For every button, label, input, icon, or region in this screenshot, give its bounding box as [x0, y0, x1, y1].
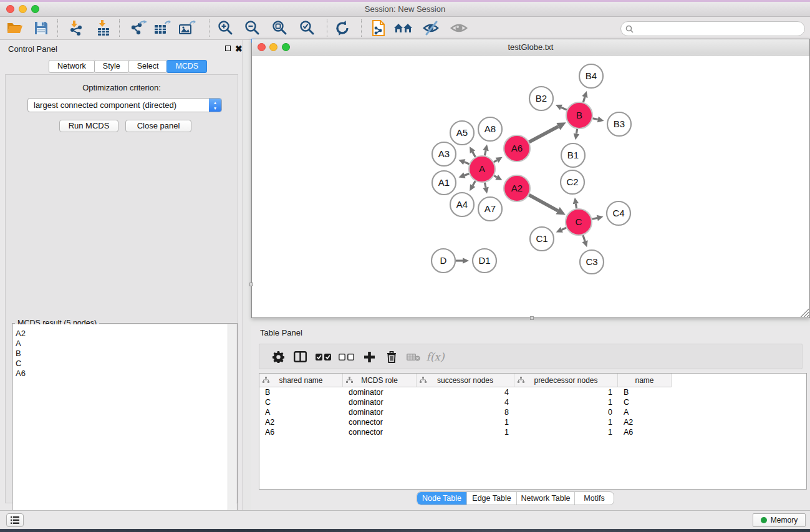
tab-style[interactable]: Style	[94, 60, 129, 73]
close-traffic-light[interactable]	[6, 5, 14, 13]
close-traffic-light[interactable]	[258, 43, 266, 51]
task-history-button[interactable]	[6, 513, 24, 527]
network-document-button[interactable]	[368, 18, 389, 38]
node-A[interactable]: A	[469, 156, 495, 182]
apply-layout-button[interactable]	[332, 18, 353, 38]
node-D[interactable]: D	[432, 249, 455, 273]
import-network-button[interactable]	[65, 18, 87, 38]
table-cell[interactable]: 1	[514, 427, 618, 437]
node-A7[interactable]: A7	[478, 197, 502, 221]
table-cell[interactable]: A	[259, 407, 343, 417]
column-header-successor-nodes[interactable]: successor nodes	[417, 374, 514, 387]
table-cell[interactable]: B	[618, 387, 672, 397]
table-cell[interactable]: 1	[417, 427, 514, 437]
table-settings-button[interactable]	[268, 347, 288, 366]
node-B4[interactable]: B4	[579, 64, 603, 88]
table-cell[interactable]: C	[259, 397, 343, 407]
column-header-name[interactable]: name	[618, 374, 672, 387]
edge-C-C2[interactable]	[576, 204, 576, 209]
node-B3[interactable]: B3	[607, 112, 631, 136]
zoom-fit-button[interactable]	[269, 18, 291, 38]
mcds-result-item[interactable]: A2	[16, 329, 236, 339]
mcds-result-item[interactable]: B	[16, 349, 236, 359]
node-D1[interactable]: D1	[473, 249, 496, 273]
function-builder-button[interactable]: f(x)	[425, 347, 445, 366]
dropdown-stepper-icon[interactable]: ▲▼	[209, 99, 221, 112]
table-cell[interactable]: C	[618, 397, 672, 407]
delete-column-button[interactable]	[382, 347, 402, 366]
edge-B-B1[interactable]	[576, 129, 577, 134]
edge-A-A7[interactable]	[485, 183, 486, 188]
main-titlebar[interactable]: Session: New Session	[0, 2, 810, 17]
minimize-traffic-light[interactable]	[19, 5, 27, 13]
frame-resize-handle-left[interactable]	[249, 283, 253, 286]
table-cell[interactable]: A2	[259, 417, 343, 427]
open-session-button[interactable]	[4, 18, 26, 38]
search-box[interactable]	[620, 21, 805, 36]
run-mcds-button[interactable]: Run MCDS	[59, 120, 118, 132]
table-cell[interactable]: 1	[514, 387, 618, 397]
zoom-out-button[interactable]	[242, 18, 263, 38]
node-C2[interactable]: C2	[561, 170, 584, 194]
network-canvas[interactable]: B4B2BB3A8A5A6A3B1AC2A1A2A4A7C4CC1C3DD1	[252, 56, 809, 317]
frame-resize-grip[interactable]	[801, 309, 809, 317]
mcds-result-item[interactable]: A6	[16, 369, 236, 379]
zoom-selected-button[interactable]	[297, 18, 318, 38]
table-cell[interactable]: connector	[343, 417, 417, 427]
hide-graphics-button[interactable]	[421, 18, 442, 38]
export-network-button[interactable]	[128, 18, 149, 38]
frame-resize-handle-bottom[interactable]	[530, 316, 534, 320]
node-C1[interactable]: C1	[530, 227, 554, 251]
node-table[interactable]: shared nameMCDS rolesuccessor nodesprede…	[259, 373, 807, 490]
node-A2[interactable]: A2	[504, 175, 530, 201]
edge-C-C1[interactable]	[562, 228, 566, 230]
export-table-button[interactable]	[152, 18, 173, 38]
table-row[interactable]: A2connector11A2	[259, 417, 806, 427]
tab-select[interactable]: Select	[128, 60, 168, 73]
table-row[interactable]: Adominator80A	[259, 407, 806, 417]
edge-A-A6[interactable]	[494, 160, 497, 162]
criterion-dropdown[interactable]: largest connected component (directed) ▲…	[27, 98, 222, 112]
table-cell[interactable]: A	[618, 407, 672, 417]
network-view-window[interactable]: testGlobe.txt B4B2BB3A8A5A6A3B1AC2A1A2A4…	[251, 39, 810, 318]
tab-edge-table[interactable]: Edge Table	[467, 492, 517, 505]
select-all-button[interactable]	[313, 347, 333, 366]
tab-motifs[interactable]: Motifs	[575, 492, 614, 505]
column-header-shared-name[interactable]: shared name	[259, 374, 343, 387]
table-cell[interactable]: 4	[417, 397, 514, 407]
table-cell[interactable]: 1	[514, 397, 618, 407]
table-row[interactable]: Bdominator41B	[259, 387, 806, 397]
table-row[interactable]: Cdominator41C	[259, 397, 806, 407]
node-C3[interactable]: C3	[580, 250, 604, 274]
show-graphics-button[interactable]	[448, 18, 470, 38]
node-C[interactable]: C	[566, 209, 592, 235]
table-cell[interactable]: A6	[618, 427, 672, 437]
table-row[interactable]: A6connector11A6	[259, 427, 806, 437]
deselect-all-button[interactable]	[336, 347, 356, 366]
create-column-button[interactable]	[359, 347, 379, 366]
table-cell[interactable]: 1	[514, 417, 618, 427]
mcds-result-item[interactable]: A	[16, 339, 236, 349]
edge-B-B4[interactable]	[583, 97, 585, 102]
home-views-button[interactable]	[393, 18, 414, 38]
node-A5[interactable]: A5	[450, 121, 474, 145]
edge-C-C3[interactable]	[583, 235, 585, 241]
node-A3[interactable]: A3	[432, 142, 456, 166]
column-selector-button[interactable]	[290, 347, 310, 366]
edge-A-A4[interactable]	[473, 181, 475, 185]
table-cell[interactable]: dominator	[343, 387, 417, 397]
table-cell[interactable]: connector	[343, 427, 417, 437]
tab-node-table[interactable]: Node Table	[417, 492, 467, 505]
edge-A-A5[interactable]	[473, 152, 475, 157]
table-cell[interactable]: 4	[417, 387, 514, 397]
node-A6[interactable]: A6	[504, 135, 530, 162]
edge-B-B3[interactable]	[592, 118, 597, 120]
table-cell[interactable]: B	[259, 387, 343, 397]
mcds-list-scrollbar[interactable]	[228, 324, 236, 532]
edge-A-A8[interactable]	[485, 150, 486, 155]
edge-A-A3[interactable]	[465, 162, 470, 164]
save-session-button[interactable]	[31, 18, 52, 38]
tab-network-table[interactable]: Network Table	[517, 492, 575, 505]
minimize-traffic-light[interactable]	[269, 43, 277, 51]
tab-mcds[interactable]: MCDS	[166, 60, 207, 73]
